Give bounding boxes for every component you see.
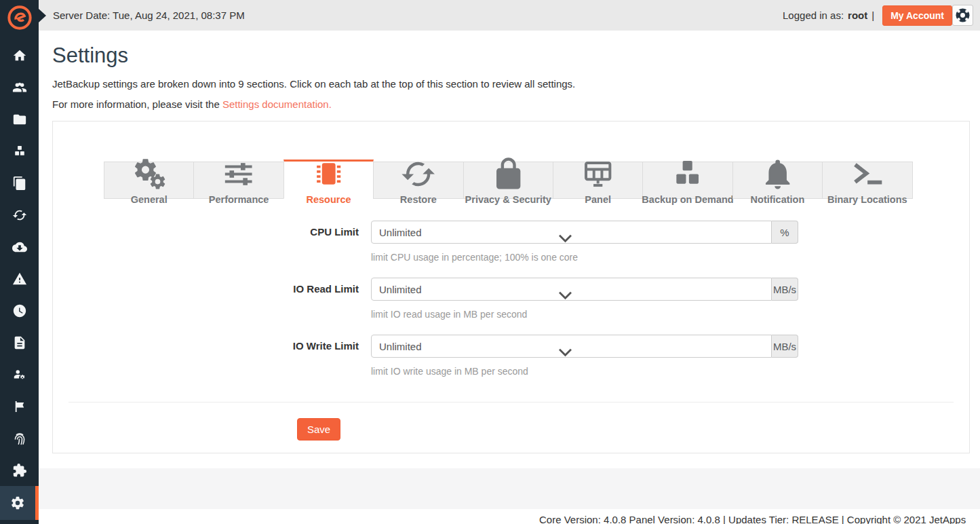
save-button[interactable]: Save [297, 418, 340, 441]
logged-in-as: Logged in as: root | [783, 10, 874, 21]
sidebar-item-backup-jobs[interactable] [0, 135, 39, 167]
life-ring-icon [954, 7, 971, 24]
sidebar-item-destinations[interactable] [0, 103, 39, 135]
document-icon [12, 335, 27, 350]
tab-panel[interactable]: Panel [553, 162, 643, 199]
microchip-icon [284, 155, 373, 192]
settings-tabs: General Performance Resource Restore Pri… [104, 160, 913, 199]
form-divider [68, 402, 954, 403]
sidebar-item-permissions[interactable] [0, 358, 39, 390]
topbar: Server Date: Tue, Aug 24, 2021, 08:37 PM… [39, 0, 980, 31]
sidebar-item-queue[interactable] [0, 295, 39, 326]
gear-icon [10, 495, 25, 510]
cubes-icon [12, 144, 27, 159]
cpu-limit-field: CPU Limit Unlimited % limit CPU usage in… [53, 221, 969, 263]
server-date: Server Date: Tue, Aug 24, 2021, 08:37 PM [53, 10, 245, 21]
sidebar-item-accounts[interactable] [0, 71, 39, 103]
sidebar-item-security[interactable] [0, 422, 39, 454]
sidebar-nav [0, 39, 39, 520]
io-read-limit-unit: MB/s [772, 278, 798, 301]
jetbackup-logo-icon [6, 4, 33, 31]
tab-notification[interactable]: Notification [732, 162, 823, 199]
sidebar-item-plugins[interactable] [0, 454, 39, 486]
copy-icon [12, 176, 27, 191]
io-read-limit-help: limit IO read usage in MB per second [371, 309, 798, 320]
my-account-button[interactable]: My Account [882, 5, 952, 26]
resource-form: CPU Limit Unlimited % limit CPU usage in… [53, 221, 969, 392]
sidebar-collapse-arrow-icon[interactable] [39, 9, 46, 22]
cubes-icon [643, 156, 732, 192]
io-write-limit-help: limit IO write usage in MB per second [371, 366, 798, 377]
io-write-limit-select[interactable]: Unlimited [371, 335, 772, 358]
flag-icon [12, 399, 27, 414]
sync-icon [12, 208, 27, 223]
tab-privacy-security[interactable]: Privacy & Security [463, 162, 553, 199]
users-icon [12, 80, 27, 95]
sidebar-item-restore[interactable] [0, 199, 39, 231]
fingerprint-icon [12, 431, 27, 446]
more-info: For more information, please visit the S… [52, 98, 980, 110]
sidebar [0, 0, 39, 524]
settings-documentation-link[interactable]: Settings documentation. [222, 98, 332, 110]
cpu-limit-help: limit CPU usage in percentage; 100% is o… [371, 252, 798, 263]
io-read-limit-select[interactable]: Unlimited [371, 278, 772, 301]
cloud-download-icon [12, 240, 27, 255]
footer-band [39, 468, 980, 509]
sidebar-item-logs[interactable] [0, 326, 39, 358]
io-write-limit-field: IO Write Limit Unlimited MB/s limit IO w… [53, 335, 969, 377]
page-intro: JetBackup settings are broken down into … [52, 78, 980, 90]
users-gear-icon [12, 367, 27, 382]
cpu-limit-unit: % [772, 221, 798, 244]
home-icon [12, 48, 27, 63]
page-title: Settings [52, 43, 980, 68]
gears-icon [104, 156, 193, 192]
footer-version-text: Core Version: 4.0.8 Panel Version: 4.0.8… [539, 514, 966, 524]
io-write-limit-unit: MB/s [772, 335, 798, 358]
help-button[interactable] [952, 5, 973, 26]
sidebar-item-reports[interactable] [0, 390, 39, 422]
sidebar-item-alerts[interactable] [0, 263, 39, 295]
io-write-limit-label: IO Write Limit [53, 335, 359, 377]
sidebar-item-home[interactable] [0, 39, 39, 71]
sidebar-item-clone-jobs[interactable] [0, 167, 39, 199]
warning-icon [12, 272, 27, 286]
sidebar-item-settings[interactable] [0, 486, 39, 520]
main-content: Settings JetBackup settings are broken d… [39, 31, 980, 524]
tab-restore[interactable]: Restore [373, 162, 463, 199]
panel-icon [553, 156, 642, 192]
bell-icon [733, 156, 822, 192]
lock-icon [464, 156, 553, 192]
tab-backup-on-demand[interactable]: Backup on Demand [642, 162, 732, 199]
cpu-limit-select[interactable]: Unlimited [371, 221, 772, 244]
clock-icon [12, 303, 27, 318]
folder-icon [12, 112, 27, 127]
tab-resource[interactable]: Resource [283, 160, 374, 199]
terminal-icon [823, 156, 912, 192]
sliders-icon [194, 156, 283, 192]
tab-general[interactable]: General [104, 162, 194, 199]
cpu-limit-label: CPU Limit [53, 221, 359, 263]
io-read-limit-label: IO Read Limit [53, 278, 359, 320]
tab-performance[interactable]: Performance [193, 162, 283, 199]
puzzle-icon [12, 463, 27, 478]
sidebar-item-downloads[interactable] [0, 231, 39, 263]
sync-icon [374, 156, 463, 192]
username: root [848, 10, 867, 21]
settings-card: General Performance Resource Restore Pri… [52, 121, 970, 453]
jetbackup-logo[interactable] [0, 0, 39, 35]
tab-binary-locations[interactable]: Binary Locations [822, 162, 912, 199]
io-read-limit-field: IO Read Limit Unlimited MB/s limit IO re… [53, 278, 969, 320]
